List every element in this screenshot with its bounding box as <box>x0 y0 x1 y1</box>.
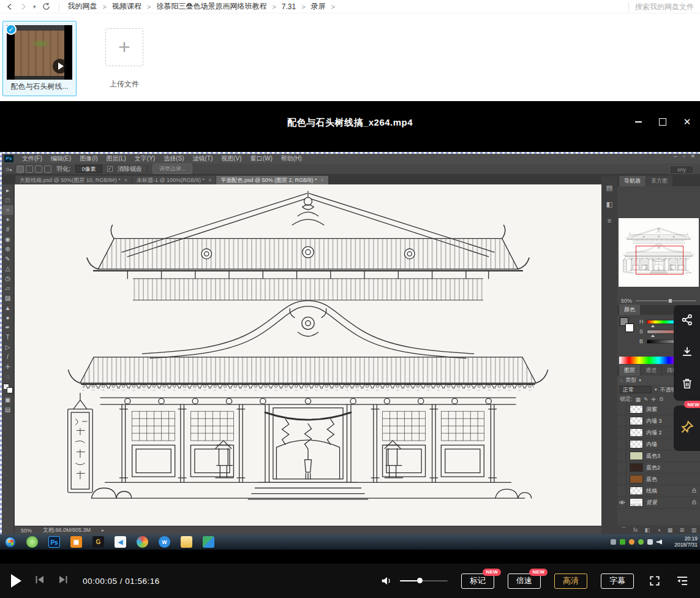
layer-row: 底色 <box>617 474 700 485</box>
path-select-tool-icon: ▷ <box>2 343 13 352</box>
lock-label: 锁定: <box>620 395 633 403</box>
ps-document-tabs: 大殿线稿.psd @ 50%(图层 10, RGB/8#) *× 未标题-1 @… <box>2 175 700 184</box>
info-panel-icon: ≡ <box>608 217 611 224</box>
history-dropdown-icon[interactable]: ▾ <box>33 4 36 10</box>
breadcrumb-item[interactable]: 徐慕阳三叠色场景原画网络班教程 <box>156 1 266 12</box>
navigator-preview <box>619 218 699 287</box>
breadcrumb-item[interactable]: 录屏 <box>311 1 326 12</box>
breadcrumb-separator: > <box>272 3 276 10</box>
refresh-icon[interactable] <box>42 2 50 10</box>
speed-button[interactable]: 倍速NEW <box>508 573 541 589</box>
clone-stamp-tool-icon: △ <box>2 264 13 274</box>
video-player-window: 配色与石头树线搞_x264.mp4 ✕ Ps 文件(F) 编辑(E) 图像(I)… <box>0 101 700 598</box>
selected-check-icon[interactable]: ✓ <box>6 24 17 35</box>
tab-close-icon: × <box>124 177 127 183</box>
upload-label: 上传文件 <box>103 79 146 89</box>
tray-volume-icon <box>657 539 662 545</box>
antialias-label: 消除锯齿 <box>118 165 142 173</box>
upload-file-button[interactable]: + 上传文件 <box>103 21 146 89</box>
navigator-zoom-row: 50% <box>617 297 700 305</box>
eyedropper-tool-icon: ◉ <box>2 235 13 244</box>
tray-network-icon <box>647 539 653 545</box>
marquee-tool-icon: □ <box>2 195 13 205</box>
ps-panel-icon-strip: ▤ ◧ ≡ <box>601 176 617 534</box>
play-overlay-icon <box>53 59 67 74</box>
search-box[interactable]: 搜索我的网盘文件 <box>628 0 694 13</box>
playlist-icon[interactable] <box>676 575 689 586</box>
player-title: 配色与石头树线搞_x264.mp4 <box>0 117 700 129</box>
healing-brush-tool-icon: ⊕ <box>2 244 13 254</box>
windows-taskbar: Ps ▣ G ◀ w 20:19 2018/7/31 <box>0 534 700 550</box>
ps-menubar: Ps 文件(F) 编辑(E) 图像(I) 图层(L) 文字(Y) 选择(S) 滤… <box>2 154 700 164</box>
minimize-button[interactable] <box>631 116 645 128</box>
breadcrumb-item[interactable]: 7.31 <box>282 2 296 11</box>
breadcrumb-separator: > <box>147 3 151 10</box>
plus-icon[interactable]: + <box>105 28 143 66</box>
next-button[interactable] <box>58 575 68 586</box>
refine-edge-button: 调整边缘... <box>152 164 193 174</box>
eraser-tool-icon: ▱ <box>2 284 13 293</box>
start-button-icon <box>5 537 16 548</box>
watermark-badge: xny <box>669 165 694 174</box>
navigator-zoom-slider <box>636 300 696 301</box>
pin-icon[interactable] <box>679 419 695 437</box>
layer-row: 底色2 <box>617 462 700 474</box>
fg-bg-swatches-icon <box>3 384 13 393</box>
feather-label: 羽化: <box>56 165 70 173</box>
layers-bottom-bar: ⌒ fx ◧ ◑ ▦ ⊞ ▥ <box>617 525 700 534</box>
color-tab: 颜色 <box>619 305 640 315</box>
video-file-card[interactable]: ✓ 配色与石头树线... <box>2 21 77 96</box>
filter-type-label: 类型 <box>625 376 636 384</box>
dodge-tool-icon: ● <box>2 313 13 323</box>
video-thumbnail <box>7 25 72 80</box>
temple-line-art <box>15 184 601 534</box>
time-display: 00:00:05 / 01:56:16 <box>83 577 160 586</box>
ps-status-bar: 50% 文档:66.0M/805.3M ▸ <box>15 526 601 534</box>
browser-360-icon <box>26 536 38 548</box>
layer-style-icon: fx <box>633 527 638 533</box>
layer-lock-icon <box>691 488 700 494</box>
forward-icon[interactable] <box>20 3 27 10</box>
ps-canvas <box>15 184 601 534</box>
play-button[interactable] <box>11 574 21 588</box>
properties-panel-icon: ◧ <box>606 200 612 208</box>
layer-row: 底色3 <box>617 450 700 462</box>
ps-toolbar: ▸ □ ○ ✶ # ◉ ⊕ ✎ △ ◷ ▱ ▨ ▲ ● ✒ T ▷ / ✛ ◌ … <box>2 184 14 534</box>
lasso-tool-icon: ○▾ <box>6 165 12 173</box>
breadcrumb-item[interactable]: 视频课程 <box>112 1 141 12</box>
mark-button[interactable]: 标记NEW <box>461 573 494 589</box>
history-panel-icon: ▤ <box>606 184 612 192</box>
line-tool-icon: / <box>2 352 13 362</box>
video-frame[interactable]: Ps 文件(F) 编辑(E) 图像(I) 图层(L) 文字(Y) 选择(S) 滤… <box>0 152 700 550</box>
delete-icon[interactable] <box>680 369 694 401</box>
brightness-label: B <box>639 338 644 344</box>
tray-icon-green <box>620 539 625 545</box>
blend-mode-select: 正常 <box>620 386 652 393</box>
antialias-checkbox: ✓ <box>107 166 113 172</box>
floating-pin-panel: NEW <box>674 406 700 451</box>
layer-visibility-icon <box>617 497 627 508</box>
volume-slider[interactable] <box>400 580 448 582</box>
download-icon[interactable] <box>680 337 694 369</box>
fullscreen-icon[interactable] <box>649 575 661 587</box>
tray-icon-safety <box>638 539 644 545</box>
previous-button[interactable] <box>35 575 45 586</box>
subtitle-button[interactable]: 字幕 <box>601 573 634 589</box>
back-icon[interactable] <box>6 3 13 10</box>
search-input[interactable]: 搜索我的网盘文件 <box>635 2 694 12</box>
maximize-button[interactable] <box>656 116 669 128</box>
type-tool-icon: T <box>2 333 13 343</box>
close-button[interactable]: ✕ <box>680 116 694 128</box>
layer-mask-icon: ◧ <box>645 527 650 533</box>
taskbar-clock: 20:19 2018/7/31 <box>674 536 698 548</box>
breadcrumb-item[interactable]: 我的网盘 <box>68 1 97 12</box>
lock-transparent-icon: ▦ <box>636 396 641 403</box>
ps-menu-item: 编辑(E) <box>51 154 71 163</box>
document-tab: 未标题-1 @ 100%(RGB/8) *× <box>132 176 216 184</box>
quality-button[interactable]: 高清 <box>554 573 587 589</box>
breadcrumb: 我的网盘> 视频课程> 徐慕阳三叠色场景原画网络班教程> 7.31> 录屏> <box>68 1 336 12</box>
ps-menu-item: 滤镜(T) <box>193 154 213 163</box>
volume-icon[interactable] <box>380 575 393 586</box>
status-arrow-icon: ▸ <box>102 528 104 533</box>
share-icon[interactable] <box>680 305 694 337</box>
